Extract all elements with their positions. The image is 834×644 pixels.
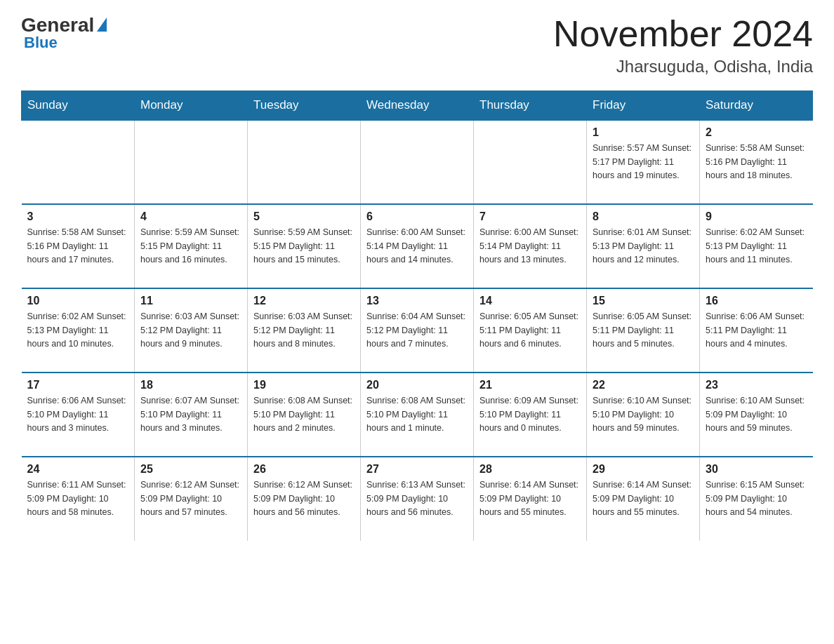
calendar-cell: 19Sunrise: 6:08 AM Sunset: 5:10 PM Dayli… xyxy=(248,373,361,457)
calendar-cell: 15Sunrise: 6:05 AM Sunset: 5:11 PM Dayli… xyxy=(587,288,700,373)
day-number: 7 xyxy=(479,210,581,223)
day-info: Sunrise: 6:13 AM Sunset: 5:09 PM Dayligh… xyxy=(366,478,468,519)
calendar-cell: 22Sunrise: 6:10 AM Sunset: 5:10 PM Dayli… xyxy=(587,373,700,457)
day-number: 26 xyxy=(253,463,355,476)
day-info: Sunrise: 6:06 AM Sunset: 5:10 PM Dayligh… xyxy=(27,394,129,435)
calendar-week-3: 10Sunrise: 6:02 AM Sunset: 5:13 PM Dayli… xyxy=(22,288,813,373)
weekday-header-wednesday: Wednesday xyxy=(361,91,474,121)
day-number: 17 xyxy=(27,379,129,391)
day-number: 10 xyxy=(27,295,129,307)
day-info: Sunrise: 6:00 AM Sunset: 5:14 PM Dayligh… xyxy=(479,226,581,267)
day-number: 15 xyxy=(593,295,694,307)
calendar-cell: 24Sunrise: 6:11 AM Sunset: 5:09 PM Dayli… xyxy=(22,457,135,541)
day-info: Sunrise: 6:05 AM Sunset: 5:11 PM Dayligh… xyxy=(479,310,581,351)
day-number: 8 xyxy=(593,210,694,223)
day-info: Sunrise: 6:08 AM Sunset: 5:10 PM Dayligh… xyxy=(366,394,468,435)
calendar-table: SundayMondayTuesdayWednesdayThursdayFrid… xyxy=(21,90,813,541)
day-info: Sunrise: 6:12 AM Sunset: 5:09 PM Dayligh… xyxy=(253,478,355,519)
calendar-week-1: 1Sunrise: 5:57 AM Sunset: 5:17 PM Daylig… xyxy=(22,120,813,204)
calendar-cell: 27Sunrise: 6:13 AM Sunset: 5:09 PM Dayli… xyxy=(361,457,474,541)
calendar-cell: 10Sunrise: 6:02 AM Sunset: 5:13 PM Dayli… xyxy=(22,288,135,373)
calendar-week-4: 17Sunrise: 6:06 AM Sunset: 5:10 PM Dayli… xyxy=(22,373,813,457)
day-info: Sunrise: 6:12 AM Sunset: 5:09 PM Dayligh… xyxy=(140,478,241,519)
day-number: 23 xyxy=(706,379,807,391)
calendar-cell xyxy=(474,120,587,204)
location-subtitle: Jharsuguda, Odisha, India xyxy=(553,57,813,76)
day-info: Sunrise: 6:06 AM Sunset: 5:11 PM Dayligh… xyxy=(706,310,807,351)
calendar-cell: 16Sunrise: 6:06 AM Sunset: 5:11 PM Dayli… xyxy=(700,288,813,373)
month-year-title: November 2024 xyxy=(553,14,813,54)
calendar-week-5: 24Sunrise: 6:11 AM Sunset: 5:09 PM Dayli… xyxy=(22,457,813,541)
calendar-cell: 17Sunrise: 6:06 AM Sunset: 5:10 PM Dayli… xyxy=(22,373,135,457)
day-number: 22 xyxy=(593,379,694,391)
day-info: Sunrise: 6:15 AM Sunset: 5:09 PM Dayligh… xyxy=(706,478,807,519)
day-info: Sunrise: 6:05 AM Sunset: 5:11 PM Dayligh… xyxy=(593,310,694,351)
day-info: Sunrise: 6:09 AM Sunset: 5:10 PM Dayligh… xyxy=(479,394,581,435)
calendar-cell: 18Sunrise: 6:07 AM Sunset: 5:10 PM Dayli… xyxy=(135,373,248,457)
day-info: Sunrise: 5:57 AM Sunset: 5:17 PM Dayligh… xyxy=(593,142,694,182)
weekday-header-monday: Monday xyxy=(135,91,248,121)
day-info: Sunrise: 6:11 AM Sunset: 5:09 PM Dayligh… xyxy=(27,478,129,519)
day-info: Sunrise: 6:00 AM Sunset: 5:14 PM Dayligh… xyxy=(366,226,468,267)
calendar-cell: 20Sunrise: 6:08 AM Sunset: 5:10 PM Dayli… xyxy=(361,373,474,457)
weekday-header-thursday: Thursday xyxy=(474,91,587,121)
day-number: 30 xyxy=(706,463,807,476)
calendar-cell: 7Sunrise: 6:00 AM Sunset: 5:14 PM Daylig… xyxy=(474,204,587,288)
day-info: Sunrise: 6:02 AM Sunset: 5:13 PM Dayligh… xyxy=(706,226,807,267)
calendar-cell: 21Sunrise: 6:09 AM Sunset: 5:10 PM Dayli… xyxy=(474,373,587,457)
calendar-cell: 9Sunrise: 6:02 AM Sunset: 5:13 PM Daylig… xyxy=(700,204,813,288)
weekday-header-row: SundayMondayTuesdayWednesdayThursdayFrid… xyxy=(22,91,813,121)
day-number: 2 xyxy=(706,126,807,139)
day-number: 20 xyxy=(366,379,468,391)
day-info: Sunrise: 5:59 AM Sunset: 5:15 PM Dayligh… xyxy=(140,226,241,267)
calendar-cell: 4Sunrise: 5:59 AM Sunset: 5:15 PM Daylig… xyxy=(135,204,248,288)
day-info: Sunrise: 6:08 AM Sunset: 5:10 PM Dayligh… xyxy=(253,394,355,435)
day-number: 14 xyxy=(479,295,581,307)
day-number: 5 xyxy=(253,210,355,223)
weekday-header-tuesday: Tuesday xyxy=(248,91,361,121)
logo-blue-text: Blue xyxy=(24,34,58,52)
day-info: Sunrise: 6:14 AM Sunset: 5:09 PM Dayligh… xyxy=(479,478,581,519)
calendar-cell: 14Sunrise: 6:05 AM Sunset: 5:11 PM Dayli… xyxy=(474,288,587,373)
calendar-cell xyxy=(248,120,361,204)
day-number: 4 xyxy=(140,210,241,223)
day-number: 28 xyxy=(479,463,581,476)
day-number: 24 xyxy=(27,463,129,476)
day-number: 3 xyxy=(27,210,129,223)
calendar-cell: 11Sunrise: 6:03 AM Sunset: 5:12 PM Dayli… xyxy=(135,288,248,373)
day-info: Sunrise: 6:07 AM Sunset: 5:10 PM Dayligh… xyxy=(140,394,241,435)
day-info: Sunrise: 6:14 AM Sunset: 5:09 PM Dayligh… xyxy=(593,478,694,519)
calendar-cell: 28Sunrise: 6:14 AM Sunset: 5:09 PM Dayli… xyxy=(474,457,587,541)
calendar-cell: 25Sunrise: 6:12 AM Sunset: 5:09 PM Dayli… xyxy=(135,457,248,541)
calendar-cell: 30Sunrise: 6:15 AM Sunset: 5:09 PM Dayli… xyxy=(700,457,813,541)
day-info: Sunrise: 6:04 AM Sunset: 5:12 PM Dayligh… xyxy=(366,310,468,351)
weekday-header-saturday: Saturday xyxy=(700,91,813,121)
day-number: 1 xyxy=(593,126,694,139)
day-number: 11 xyxy=(140,295,241,307)
day-info: Sunrise: 5:58 AM Sunset: 5:16 PM Dayligh… xyxy=(27,226,129,267)
calendar-cell: 13Sunrise: 6:04 AM Sunset: 5:12 PM Dayli… xyxy=(361,288,474,373)
day-number: 16 xyxy=(706,295,807,307)
day-number: 9 xyxy=(706,210,807,223)
calendar-cell: 3Sunrise: 5:58 AM Sunset: 5:16 PM Daylig… xyxy=(22,204,135,288)
calendar-week-2: 3Sunrise: 5:58 AM Sunset: 5:16 PM Daylig… xyxy=(22,204,813,288)
day-info: Sunrise: 5:58 AM Sunset: 5:16 PM Dayligh… xyxy=(706,142,807,182)
calendar-cell: 8Sunrise: 6:01 AM Sunset: 5:13 PM Daylig… xyxy=(587,204,700,288)
calendar-cell: 1Sunrise: 5:57 AM Sunset: 5:17 PM Daylig… xyxy=(587,120,700,204)
day-info: Sunrise: 6:10 AM Sunset: 5:10 PM Dayligh… xyxy=(593,394,694,435)
calendar-cell: 12Sunrise: 6:03 AM Sunset: 5:12 PM Dayli… xyxy=(248,288,361,373)
calendar-cell xyxy=(135,120,248,204)
day-number: 13 xyxy=(366,295,468,307)
calendar-cell: 29Sunrise: 6:14 AM Sunset: 5:09 PM Dayli… xyxy=(587,457,700,541)
day-number: 19 xyxy=(253,379,355,391)
calendar-cell: 26Sunrise: 6:12 AM Sunset: 5:09 PM Dayli… xyxy=(248,457,361,541)
day-info: Sunrise: 5:59 AM Sunset: 5:15 PM Dayligh… xyxy=(253,226,355,267)
calendar-cell xyxy=(22,120,135,204)
day-info: Sunrise: 6:10 AM Sunset: 5:09 PM Dayligh… xyxy=(706,394,807,435)
calendar-cell: 6Sunrise: 6:00 AM Sunset: 5:14 PM Daylig… xyxy=(361,204,474,288)
day-number: 21 xyxy=(479,379,581,391)
day-number: 25 xyxy=(140,463,241,476)
weekday-header-friday: Friday xyxy=(587,91,700,121)
day-number: 29 xyxy=(593,463,694,476)
calendar-cell: 5Sunrise: 5:59 AM Sunset: 5:15 PM Daylig… xyxy=(248,204,361,288)
